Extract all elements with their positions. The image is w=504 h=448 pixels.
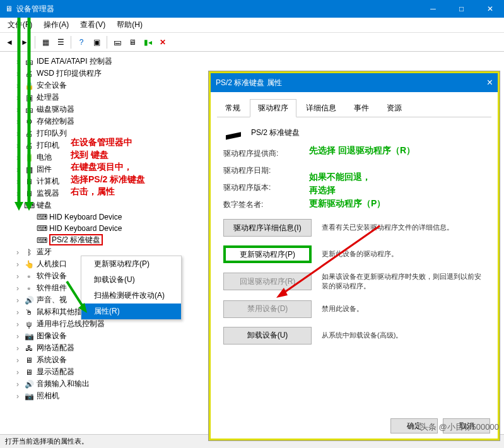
tree-item[interactable]: ›🖴IDE ATA/ATAPI 控制器 xyxy=(3,56,501,68)
dialog-titlebar: PS/2 标准键盘 属性 × xyxy=(211,73,498,92)
tree-label: 存储控制器 xyxy=(37,116,74,127)
expander-icon[interactable]: › xyxy=(14,189,21,198)
device-icon: 📷 xyxy=(24,391,34,401)
menu-file[interactable]: 文件(F) xyxy=(3,18,37,32)
expander-icon[interactable]: › xyxy=(14,260,21,269)
device-icon: 🖧 xyxy=(24,343,34,353)
expander-icon[interactable]: › xyxy=(14,308,21,317)
menu-view[interactable]: 查看(V) xyxy=(75,18,110,32)
disable-device-desc: 禁用此设备。 xyxy=(322,304,485,314)
tree-label: 系统设备 xyxy=(37,355,67,365)
tab[interactable]: 资源 xyxy=(378,99,410,117)
menu-item[interactable]: 更新驱动程序(P) xyxy=(81,256,181,272)
expander-icon[interactable]: › xyxy=(14,344,21,353)
disable-device-button[interactable]: 禁用设备(D) xyxy=(223,300,312,318)
enable-icon[interactable]: ▮◂ xyxy=(141,35,155,49)
info-signer: 数字签名者: xyxy=(223,199,485,210)
tree-label: PS/2 标准键盘 xyxy=(49,235,103,245)
app-title: 设备管理器 xyxy=(16,4,54,15)
menu-action[interactable]: 操作(A) xyxy=(38,18,74,32)
expander-icon[interactable]: › xyxy=(14,117,21,126)
tab[interactable]: 常规 xyxy=(217,99,249,117)
view-icon[interactable]: ▦ xyxy=(38,35,52,49)
highlighted-item: PS/2 标准键盘 xyxy=(49,234,103,245)
forward-button[interactable]: ► xyxy=(18,35,32,49)
titlebar: 🖥 设备管理器 ─ □ ✕ xyxy=(0,0,504,18)
expander-icon[interactable]: › xyxy=(14,57,21,66)
device-icon: 🔒 xyxy=(24,81,34,91)
menu-item[interactable]: 卸载设备(U) xyxy=(81,272,181,288)
keyboard-icon: ▬ xyxy=(223,126,243,140)
expander-icon[interactable]: › xyxy=(14,392,21,401)
uninstall-device-desc: 从系统中卸载设备(高级)。 xyxy=(322,331,485,340)
device-name: PS/2 标准键盘 xyxy=(251,127,300,138)
tree-label: 磁盘驱动器 xyxy=(37,104,74,115)
expander-icon[interactable]: › xyxy=(14,69,21,78)
minimize-button[interactable]: ─ xyxy=(419,0,447,18)
expander-icon[interactable]: › xyxy=(14,284,21,293)
tree-label: 固件 xyxy=(37,164,52,175)
device-icon: ▫ xyxy=(24,271,34,281)
expander-icon[interactable]: › xyxy=(14,177,21,186)
expander-icon[interactable]: ˅ xyxy=(14,201,21,210)
scan-icon[interactable]: 🖴 xyxy=(110,35,124,49)
expander-icon[interactable]: › xyxy=(14,81,21,90)
refresh-icon[interactable]: ▣ xyxy=(90,35,103,49)
help-icon[interactable]: ? xyxy=(74,35,88,49)
tab[interactable]: 详细信息 xyxy=(298,99,344,117)
tree-icon[interactable]: ☰ xyxy=(54,35,67,49)
device-icon: 🖨 xyxy=(24,129,34,139)
expander-icon[interactable]: › xyxy=(14,332,21,341)
expander-icon[interactable]: › xyxy=(14,272,21,281)
context-menu: 更新驱动程序(P)卸载设备(U)扫描检测硬件改动(A)属性(R) xyxy=(81,256,182,320)
rollback-driver-desc: 如果该设备在更新驱动程序时失败，则回退到以前安装的驱动程序。 xyxy=(322,272,485,292)
device-icon: 🖥 xyxy=(24,177,34,187)
driver-details-button[interactable]: 驱动程序详细信息(I) xyxy=(223,219,312,237)
device-icon: 🖥 xyxy=(24,189,34,199)
expander-icon[interactable]: › xyxy=(14,165,21,174)
tree-label: 网络适配器 xyxy=(37,343,74,353)
rollback-driver-button[interactable]: 回退驱动程序(R) xyxy=(223,273,312,290)
tree-label: HID Keyboard Device xyxy=(49,213,122,221)
tree-label: 打印队列 xyxy=(37,128,67,139)
back-button[interactable]: ◄ xyxy=(3,35,16,49)
tab[interactable]: 驱动程序 xyxy=(250,99,296,117)
device-icon: 👆 xyxy=(24,259,34,269)
maximize-button[interactable]: □ xyxy=(447,0,476,18)
expander-icon[interactable]: › xyxy=(14,296,21,305)
expander-icon[interactable]: › xyxy=(14,248,21,257)
menu-help[interactable]: 帮助(H) xyxy=(112,18,148,32)
close-button[interactable]: ✕ xyxy=(476,0,504,18)
uninstall-device-button[interactable]: 卸载设备(U) xyxy=(223,327,312,345)
tree-label: 声音、视 xyxy=(37,295,67,305)
device-icon: ⚙ xyxy=(24,117,34,127)
tree-label: 照相机 xyxy=(37,391,59,401)
tree-label: 打印机 xyxy=(37,140,59,151)
dialog-body: ▬ PS/2 标准键盘 驱动程序提供商: 驱动程序日期: 驱动程序版本: 数字签… xyxy=(211,117,498,363)
tab[interactable]: 事件 xyxy=(346,99,377,117)
menu-item[interactable]: 扫描检测硬件改动(A) xyxy=(81,288,181,304)
expander-icon[interactable]: › xyxy=(14,368,21,377)
tree-label: 显示适配器 xyxy=(37,367,74,377)
expander-icon[interactable]: › xyxy=(14,141,21,150)
tree-label: 电池 xyxy=(37,152,52,163)
expander-icon[interactable]: › xyxy=(14,93,21,102)
device-icon: ▦ xyxy=(24,165,34,175)
expander-icon[interactable]: › xyxy=(14,153,21,162)
dialog-close-button[interactable]: × xyxy=(487,77,493,88)
device-icon: 🖥 xyxy=(24,355,34,365)
expander-icon[interactable]: › xyxy=(14,356,21,365)
update-icon[interactable]: 🖥 xyxy=(126,35,139,49)
expander-icon[interactable]: › xyxy=(14,380,21,389)
expander-icon[interactable]: › xyxy=(14,129,21,138)
device-icon: 🖥 xyxy=(24,367,34,377)
dialog-tabs: 常规驱动程序详细信息事件资源 xyxy=(217,98,491,117)
device-icon: 🔊 xyxy=(24,295,34,305)
menu-item[interactable]: 属性(R) xyxy=(81,304,181,319)
update-driver-desc: 更新此设备的驱动程序。 xyxy=(322,249,485,259)
update-driver-button[interactable]: 更新驱动程序(P) xyxy=(223,245,312,263)
tree-label: 键盘 xyxy=(37,200,52,211)
expander-icon[interactable]: › xyxy=(14,320,21,329)
delete-icon[interactable]: ✕ xyxy=(156,35,170,49)
expander-icon[interactable]: › xyxy=(14,105,21,114)
